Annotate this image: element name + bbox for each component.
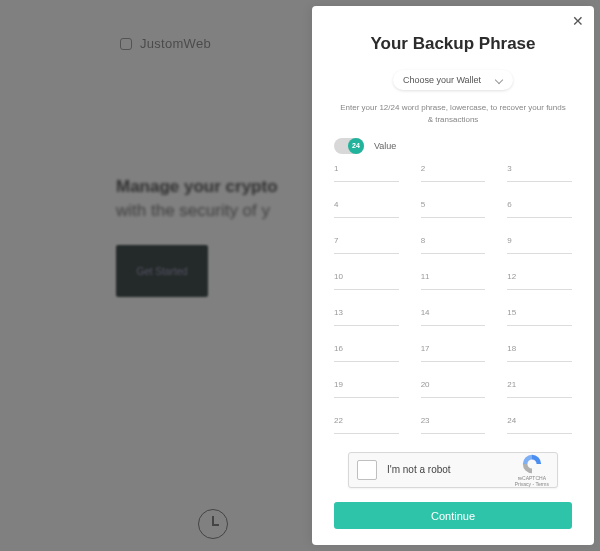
seed-word-cell: 3 (507, 164, 572, 182)
wallet-select-label: Choose your Wallet (403, 75, 481, 85)
seed-word-input[interactable] (421, 202, 486, 219)
seed-word-index: 13 (334, 308, 343, 317)
seed-word-input[interactable] (507, 202, 572, 219)
seed-word-input[interactable] (507, 166, 572, 183)
seed-word-cell: 10 (334, 272, 399, 290)
toggle-knob: 24 (348, 138, 364, 154)
seed-word-cell: 19 (334, 380, 399, 398)
seed-word-cell: 1 (334, 164, 399, 182)
seed-word-cell: 23 (421, 416, 486, 434)
seed-word-cell: 5 (421, 200, 486, 218)
seed-word-index: 2 (421, 164, 425, 173)
seed-word-index: 19 (334, 380, 343, 389)
seed-word-cell: 8 (421, 236, 486, 254)
seed-word-input[interactable] (421, 166, 486, 183)
seed-word-cell: 22 (334, 416, 399, 434)
seed-word-index: 6 (507, 200, 511, 209)
seed-word-index: 5 (421, 200, 425, 209)
seed-word-cell: 24 (507, 416, 572, 434)
seed-word-input[interactable] (334, 238, 399, 255)
seed-word-input[interactable] (421, 274, 486, 291)
seed-word-index: 23 (421, 416, 430, 425)
seed-word-index: 7 (334, 236, 338, 245)
seed-word-input[interactable] (421, 238, 486, 255)
seed-word-input[interactable] (507, 418, 572, 435)
seed-word-index: 20 (421, 380, 430, 389)
seed-word-cell: 2 (421, 164, 486, 182)
seed-word-index: 18 (507, 344, 516, 353)
seed-word-cell: 13 (334, 308, 399, 326)
seed-word-input[interactable] (421, 310, 486, 327)
seed-word-index: 10 (334, 272, 343, 281)
seed-word-input[interactable] (334, 166, 399, 183)
seed-word-index: 9 (507, 236, 511, 245)
backup-phrase-modal: ✕ Your Backup Phrase Choose your Wallet … (312, 6, 594, 545)
seed-word-index: 11 (421, 272, 430, 281)
seed-word-index: 16 (334, 344, 343, 353)
wallet-select-dropdown[interactable]: Choose your Wallet (393, 70, 513, 90)
seed-word-input[interactable] (334, 346, 399, 363)
seed-phrase-grid: 123456789101112131415161718192021222324 (334, 164, 572, 434)
chevron-down-icon (495, 76, 503, 84)
seed-word-input[interactable] (421, 418, 486, 435)
seed-word-index: 3 (507, 164, 511, 173)
seed-word-cell: 4 (334, 200, 399, 218)
seed-word-index: 4 (334, 200, 338, 209)
seed-word-cell: 20 (421, 380, 486, 398)
seed-word-input[interactable] (334, 202, 399, 219)
close-button[interactable]: ✕ (572, 14, 584, 28)
seed-word-input[interactable] (334, 418, 399, 435)
seed-word-input[interactable] (507, 310, 572, 327)
seed-word-cell: 16 (334, 344, 399, 362)
seed-word-input[interactable] (334, 310, 399, 327)
seed-word-index: 24 (507, 416, 516, 425)
recaptcha-widget: I'm not a robot reCAPTCHA Privacy - Term… (348, 452, 558, 489)
toggle-label: Value (374, 141, 396, 151)
seed-word-input[interactable] (507, 346, 572, 363)
seed-word-cell: 18 (507, 344, 572, 362)
recaptcha-label: I'm not a robot (387, 464, 505, 475)
seed-word-input[interactable] (421, 346, 486, 363)
seed-word-input[interactable] (507, 238, 572, 255)
seed-word-index: 17 (421, 344, 430, 353)
seed-word-index: 22 (334, 416, 343, 425)
seed-word-index: 14 (421, 308, 430, 317)
seed-word-index: 12 (507, 272, 516, 281)
seed-word-input[interactable] (421, 382, 486, 399)
recaptcha-checkbox[interactable] (357, 460, 377, 480)
seed-word-cell: 14 (421, 308, 486, 326)
seed-word-index: 8 (421, 236, 425, 245)
seed-word-index: 21 (507, 380, 516, 389)
seed-word-cell: 11 (421, 272, 486, 290)
recaptcha-logo: reCAPTCHA Privacy - Terms (515, 453, 549, 487)
word-count-toggle-row: 24 Value (334, 138, 572, 154)
seed-word-input[interactable] (507, 274, 572, 291)
seed-word-cell: 12 (507, 272, 572, 290)
modal-title: Your Backup Phrase (334, 34, 572, 54)
continue-button[interactable]: Continue (334, 502, 572, 529)
recaptcha-badge-icon (521, 453, 543, 475)
seed-word-index: 15 (507, 308, 516, 317)
seed-word-cell: 15 (507, 308, 572, 326)
recaptcha-terms: Privacy - Terms (515, 481, 549, 487)
seed-word-index: 1 (334, 164, 338, 173)
close-icon: ✕ (572, 13, 584, 29)
word-count-toggle[interactable]: 24 (334, 138, 364, 154)
seed-word-input[interactable] (507, 382, 572, 399)
seed-word-cell: 6 (507, 200, 572, 218)
seed-word-input[interactable] (334, 274, 399, 291)
seed-word-cell: 9 (507, 236, 572, 254)
seed-word-cell: 7 (334, 236, 399, 254)
seed-word-cell: 21 (507, 380, 572, 398)
seed-word-input[interactable] (334, 382, 399, 399)
seed-word-cell: 17 (421, 344, 486, 362)
instruction-text: Enter your 12/24 word phrase, lowercase,… (338, 102, 568, 126)
